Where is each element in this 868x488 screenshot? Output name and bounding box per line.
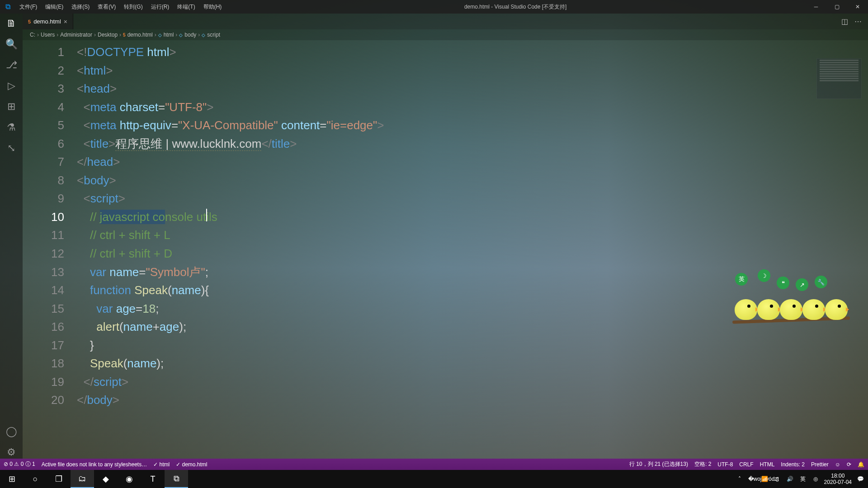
status-stylesheet-hint[interactable]: Active file does not link to any stylesh… (42, 461, 147, 468)
code-content[interactable]: <title>程序思维 | www.lucklnk.com</title> (77, 135, 297, 153)
breadcrumb-symbol[interactable]: html (164, 32, 174, 38)
breadcrumb-symbol[interactable]: body (184, 32, 196, 38)
code-content[interactable]: <script> (77, 189, 125, 208)
breadcrumb-symbol[interactable]: script (207, 32, 220, 38)
volume-icon[interactable]: 🔊 (786, 476, 794, 482)
line-number[interactable]: 15 (23, 300, 77, 318)
taskbar-clock[interactable]: 18:00 2020-07-04 (824, 473, 852, 486)
code-line[interactable]: 4 <meta charset="UTF-8"> (23, 98, 868, 117)
menu-item[interactable]: 帮助(H) (200, 0, 226, 14)
mascot-bubble-moon-icon[interactable]: ☽ (758, 269, 770, 282)
breadcrumb-segment[interactable]: Desktop (98, 32, 118, 38)
code-content[interactable]: function Speak(name){ (77, 281, 209, 300)
line-number[interactable]: 6 (23, 135, 77, 153)
explorer-icon[interactable]: 🗎 (5, 17, 18, 30)
code-content[interactable]: var name="Symbol卢"; (77, 263, 208, 282)
code-content[interactable]: // ctrl + shift + L (77, 226, 170, 244)
code-content[interactable]: <html> (77, 61, 113, 80)
minimize-button[interactable]: ─ (806, 0, 826, 14)
file-explorer-icon[interactable]: 🗂 (71, 470, 94, 488)
split-editor-icon[interactable]: ◫ (841, 17, 848, 26)
line-number[interactable]: 12 (23, 244, 77, 263)
code-line[interactable]: 6 <title>程序思维 | www.lucklnk.com</title> (23, 135, 868, 153)
mascot-bubble-text[interactable]: 英 (735, 273, 748, 286)
menu-item[interactable]: 终端(T) (174, 0, 198, 14)
code-line[interactable]: 19 </script> (23, 373, 868, 391)
status-encoding[interactable]: UTF-8 (717, 461, 733, 468)
code-content[interactable]: // javascript console utils (77, 208, 217, 226)
code-line[interactable]: 5 <meta http-equiv="X-UA-Compatible" con… (23, 116, 868, 135)
mascot-bubble-quote-icon[interactable]: ❝ (777, 277, 789, 289)
code-editor[interactable]: 1<!DOCTYPE html>2<html>3<head>4 <meta ch… (23, 40, 868, 459)
line-number[interactable]: 9 (23, 189, 77, 208)
breadcrumb-segment[interactable]: Administrator (60, 32, 92, 38)
status-sync-icon[interactable]: ⟳ (847, 461, 851, 468)
status-eol[interactable]: CRLF (739, 461, 753, 468)
code-line[interactable]: 7</head> (23, 153, 868, 171)
menu-item[interactable]: 运行(R) (147, 0, 173, 14)
line-number[interactable]: 4 (23, 98, 77, 117)
mascot-bubble-wrench-icon[interactable]: 🔧 (815, 276, 827, 288)
line-number[interactable]: 1 (23, 43, 77, 61)
code-content[interactable]: var age=18; (77, 300, 159, 318)
status-check-html[interactable]: ✓ html (153, 461, 170, 468)
code-content[interactable]: <body> (77, 171, 116, 190)
code-content[interactable]: alert(name+age); (77, 318, 186, 336)
code-line[interactable]: 18 Speak(name); (23, 354, 868, 373)
code-content[interactable]: </head> (77, 153, 120, 171)
run-debug-icon[interactable]: ▷ (5, 80, 18, 92)
line-number[interactable]: 11 (23, 226, 77, 244)
menu-item[interactable]: 转到(G) (120, 0, 146, 14)
line-number[interactable]: 10 (23, 208, 77, 226)
code-line[interactable]: 3<head> (23, 80, 868, 98)
tab-close-icon[interactable]: × (64, 18, 67, 25)
task-view-icon[interactable]: ❐ (47, 470, 71, 488)
code-line[interactable]: 9 <script> (23, 189, 868, 208)
line-number[interactable]: 19 (23, 373, 77, 391)
remote-icon[interactable]: ⤡ (5, 142, 18, 155)
settings-icon[interactable]: ⚙ (5, 446, 18, 459)
status-bell-icon[interactable]: 🔔 (858, 461, 864, 468)
menu-item[interactable]: 编辑(E) (42, 0, 67, 14)
status-check-file[interactable]: ✓ demo.html (176, 461, 207, 468)
wifi-icon[interactable]: �województ (748, 476, 756, 482)
code-content[interactable]: </body> (77, 391, 119, 409)
mascot-bubble-arrow-icon[interactable]: ↗ (796, 278, 808, 291)
extensions-icon[interactable]: ⊞ (5, 100, 18, 113)
code-line[interactable]: 1<!DOCTYPE html> (23, 43, 868, 61)
status-language[interactable]: HTML (760, 461, 775, 468)
code-line[interactable]: 20</body> (23, 391, 868, 409)
more-actions-icon[interactable]: ⋯ (854, 17, 862, 26)
minimap[interactable] (816, 58, 862, 99)
chrome-icon[interactable]: ◉ (118, 470, 141, 488)
line-number[interactable]: 14 (23, 281, 77, 300)
app-icon-1[interactable]: ◆ (94, 470, 118, 488)
menu-item[interactable]: 选择(S) (68, 0, 93, 14)
action-center-icon[interactable]: 💬 (856, 476, 864, 482)
line-number[interactable]: 18 (23, 354, 77, 373)
breadcrumbs[interactable]: C:›Users›Administrator›Desktop›5 demo.ht… (23, 29, 868, 40)
line-number[interactable]: 13 (23, 263, 77, 282)
tray-chevron-icon[interactable]: ˄ (736, 476, 744, 482)
status-cursor-position[interactable]: 行 10，列 21 (已选择13) (629, 460, 688, 468)
code-content[interactable]: } (77, 336, 94, 355)
code-line[interactable]: 11 // ctrl + shift + L (23, 226, 868, 244)
breadcrumb-segment[interactable]: C: (30, 32, 35, 38)
cortana-icon[interactable]: ○ (24, 470, 47, 488)
start-button[interactable]: ⊞ (0, 470, 24, 488)
code-line[interactable]: 17 } (23, 336, 868, 355)
menu-item[interactable]: 文件(F) (16, 0, 41, 14)
line-number[interactable]: 17 (23, 336, 77, 355)
code-content[interactable]: <meta http-equiv="X-UA-Compatible" conte… (77, 116, 384, 135)
code-content[interactable]: <!DOCTYPE html> (77, 43, 176, 61)
maximize-button[interactable]: ▢ (826, 0, 847, 14)
status-indent[interactable]: 空格: 2 (694, 460, 711, 468)
code-line[interactable]: 12 // ctrl + shift + D (23, 244, 868, 263)
close-button[interactable]: ✕ (847, 0, 868, 14)
battery-icon[interactable]: ▯ (774, 476, 782, 482)
tray-app-icon[interactable]: ◎ (811, 476, 820, 482)
code-line[interactable]: 2<html> (23, 61, 868, 80)
code-content[interactable]: <head> (77, 80, 117, 98)
code-content[interactable]: Speak(name); (77, 354, 164, 373)
account-icon[interactable]: ◯ (5, 425, 18, 438)
